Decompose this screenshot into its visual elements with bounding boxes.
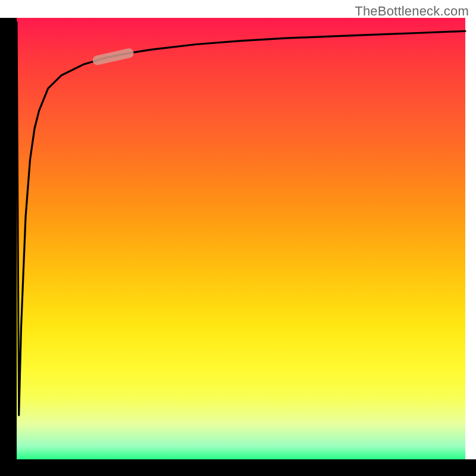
y-axis-bar <box>0 18 17 459</box>
plot-background-gradient <box>17 18 465 459</box>
watermark-text: TheBottleneck.com <box>355 4 469 19</box>
x-axis-bar <box>0 459 476 476</box>
chart-stage: TheBottleneck.com <box>0 0 476 476</box>
